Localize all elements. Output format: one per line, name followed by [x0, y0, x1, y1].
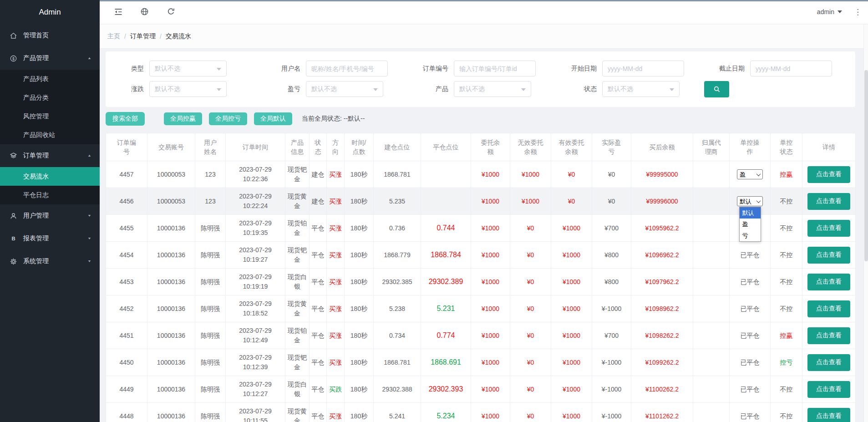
- cell-direction: 买涨: [327, 349, 345, 376]
- view-detail-button[interactable]: 点击查看: [807, 381, 850, 398]
- column-header: 无效委托余额: [510, 133, 551, 161]
- cell-close-point: 29302.389: [421, 269, 471, 295]
- view-detail-button[interactable]: 点击查看: [807, 408, 850, 422]
- scrollbar-thumb[interactable]: [864, 70, 868, 261]
- sidebar-subitem[interactable]: 产品回收站: [0, 126, 100, 144]
- cell-detail: 点击查看: [802, 215, 856, 242]
- account: 10000136: [157, 278, 185, 285]
- column-header-line: 号: [109, 147, 144, 156]
- sidebar-subitem[interactable]: 产品列表: [0, 70, 100, 88]
- cell-status: 平仓: [310, 376, 327, 403]
- sidebar-item-product[interactable]: $产品管理▲: [0, 47, 100, 70]
- column-header: 单控状态: [771, 133, 802, 161]
- status: 平仓: [312, 251, 325, 259]
- sidebar-subitem[interactable]: 交易流水: [0, 167, 100, 186]
- breadcrumb-band: 主页/订单管理/交易流水: [100, 25, 868, 49]
- filter-input-field[interactable]: [608, 65, 679, 72]
- filter-select[interactable]: 默认不选: [149, 81, 227, 97]
- filter-select[interactable]: 默认不选: [149, 61, 227, 76]
- view-detail-button[interactable]: 点击查看: [807, 274, 850, 290]
- filter-label: 开始日期: [552, 65, 602, 73]
- order-clock: 10:22:36: [228, 174, 283, 184]
- cell-order-no: 4456: [106, 188, 147, 215]
- sidebar-item-orders[interactable]: 订单管理▲: [0, 144, 100, 167]
- cell-control-op: 已平仓: [730, 322, 771, 349]
- actual-profit: ¥-1000: [602, 412, 622, 420]
- breadcrumb-item[interactable]: 主页: [107, 32, 120, 41]
- sidebar-subitem[interactable]: 平仓日志: [0, 186, 100, 204]
- cell-user-name: 陈明强: [195, 403, 226, 422]
- filter-group: 状态默认不选: [552, 81, 680, 97]
- filter-select[interactable]: 默认不选: [454, 81, 531, 97]
- closed-label: 已平仓: [741, 251, 760, 259]
- globe-icon[interactable]: [140, 7, 149, 16]
- account: 10000136: [157, 412, 185, 420]
- view-detail-button[interactable]: 点击查看: [807, 220, 850, 237]
- actual-profit: ¥800: [604, 278, 619, 285]
- refresh-icon[interactable]: [167, 7, 176, 16]
- valid-entrust: ¥1000: [563, 386, 580, 393]
- filter-input-field[interactable]: [311, 65, 382, 72]
- cell-control-op: 已平仓: [730, 376, 771, 403]
- view-detail-button[interactable]: 点击查看: [807, 247, 850, 264]
- cell-direction: 买涨: [327, 322, 345, 349]
- sidebar-item-home[interactable]: 管理首页: [0, 24, 100, 47]
- global-lose-button[interactable]: 全局控亏: [209, 112, 247, 125]
- fold-menu-icon[interactable]: [114, 7, 123, 16]
- table-row: 445110000136陈明强2023-07-2910:12:49现货铂金平仓买…: [106, 322, 856, 349]
- user-menu[interactable]: admin: [817, 8, 842, 15]
- open-point: 0.734: [389, 332, 405, 339]
- status: 建仓: [312, 198, 325, 205]
- search-all-button[interactable]: 搜索全部: [106, 112, 145, 126]
- table-row: 445410000136陈明强2023-07-2910:19:27现货钯金平仓买…: [106, 242, 856, 269]
- global-default-button[interactable]: 全局默认: [254, 112, 292, 125]
- sidebar-subitem[interactable]: 产品分类: [0, 88, 100, 107]
- view-detail-button[interactable]: 点击查看: [807, 327, 850, 344]
- sidebar-item-settings[interactable]: 系统管理▼: [0, 250, 100, 273]
- control-select-dropdown: 默认盈亏: [739, 207, 761, 242]
- cell-account: 10000053: [147, 161, 195, 188]
- cell-control-state: 不控: [771, 376, 802, 403]
- cell-valid-entrust: ¥0: [551, 161, 592, 188]
- view-detail-button[interactable]: 点击查看: [807, 300, 850, 317]
- sidebar-item-user[interactable]: 用户管理▼: [0, 204, 100, 227]
- page-scrollbar[interactable]: [863, 25, 868, 422]
- breadcrumb-separator: /: [160, 33, 162, 40]
- column-header-line: 单控: [773, 138, 799, 147]
- dropdown-option[interactable]: 默认: [740, 207, 761, 219]
- after-balance: ¥1101262.2: [645, 412, 679, 420]
- view-detail-button[interactable]: 点击查看: [807, 166, 850, 183]
- filter-select[interactable]: 默认不选: [306, 81, 383, 97]
- cell-control-state: 不控: [771, 295, 802, 322]
- more-options-icon[interactable]: ⋮: [854, 7, 862, 17]
- control-select[interactable]: 盈: [737, 169, 763, 179]
- period: 180秒: [350, 305, 367, 312]
- filter-input-field[interactable]: [459, 65, 530, 72]
- filter-input-field[interactable]: [756, 65, 827, 72]
- filter-group: 截止日期: [700, 61, 832, 76]
- column-header: 详情: [802, 133, 856, 161]
- filter-group: 开始日期: [552, 61, 684, 76]
- cell-open-point: 1868.779: [374, 242, 421, 269]
- dropdown-option[interactable]: 盈: [740, 219, 761, 230]
- account: 10000136: [157, 332, 185, 339]
- user-name: 123: [205, 171, 215, 178]
- table-row: 4457100000531232023-07-2910:22:36现货钯金建仓买…: [106, 161, 856, 188]
- column-header: 建仓点位: [374, 133, 421, 161]
- control-select[interactable]: 默认: [737, 196, 763, 206]
- search-button[interactable]: [704, 81, 729, 97]
- cell-after-balance: ¥1098262.2: [631, 322, 693, 349]
- cell-valid-entrust: ¥1000: [551, 376, 592, 403]
- sidebar-item-report[interactable]: B报表管理▼: [0, 227, 100, 250]
- dropdown-option[interactable]: 亏: [740, 230, 761, 241]
- global-win-button[interactable]: 全局控赢: [164, 112, 202, 125]
- order-clock: 10:12:39: [228, 362, 283, 372]
- control-state: 控赢: [780, 171, 793, 178]
- view-detail-button[interactable]: 点击查看: [807, 354, 850, 371]
- cell-account: 10000136: [147, 215, 195, 242]
- sidebar-subitem[interactable]: 风控管理: [0, 107, 100, 126]
- filter-label: 产品: [404, 85, 454, 93]
- filter-select[interactable]: 默认不选: [602, 81, 680, 97]
- after-balance: ¥99995000: [646, 171, 678, 178]
- view-detail-button[interactable]: 点击查看: [807, 193, 850, 210]
